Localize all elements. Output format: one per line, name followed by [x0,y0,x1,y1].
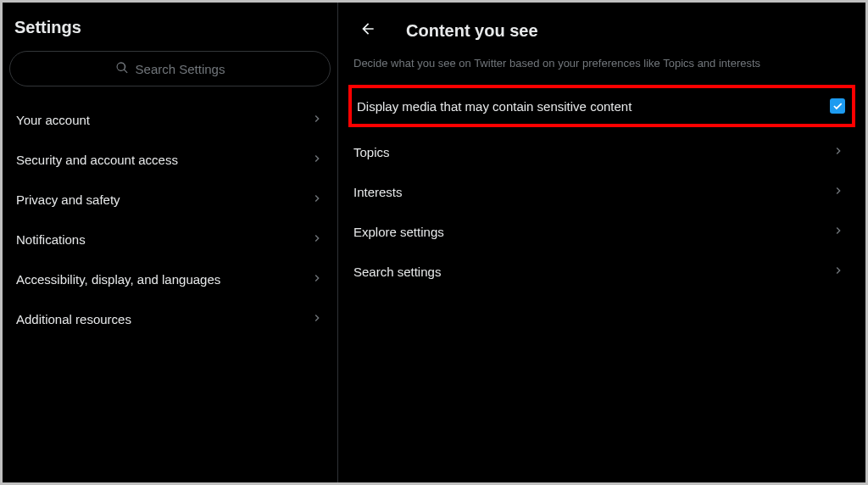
chevron-right-icon [310,192,324,208]
sidebar-item-label: Accessibility, display, and languages [16,272,220,287]
chevron-right-icon [310,152,324,168]
sidebar-item-security[interactable]: Security and account access [6,140,334,180]
chevron-right-icon [310,231,324,248]
sidebar-item-privacy[interactable]: Privacy and safety [6,180,334,220]
settings-sidebar: Settings Search Settings Your account Se… [3,3,338,482]
setting-label: Topics [353,145,390,159]
chevron-right-icon [832,144,845,160]
setting-label: Interests [353,185,403,199]
sidebar-item-notifications[interactable]: Notifications [6,220,334,259]
chevron-right-icon [310,112,324,128]
chevron-right-icon [832,264,845,280]
setting-item-search-settings[interactable]: Search settings [352,252,852,292]
chevron-right-icon [310,311,324,327]
sidebar-item-additional-resources[interactable]: Additional resources [6,299,334,339]
settings-app: Settings Search Settings Your account Se… [3,3,865,482]
chevron-right-icon [310,271,324,287]
main-content: Content you see Decide what you see on T… [338,3,865,482]
sidebar-item-label: Additional resources [16,312,131,326]
sidebar-item-accessibility[interactable]: Accessibility, display, and languages [6,259,334,299]
setting-item-explore-settings[interactable]: Explore settings [352,212,852,252]
search-input[interactable]: Search Settings [9,51,331,86]
sidebar-item-label: Your account [16,113,90,127]
sidebar-item-label: Security and account access [16,153,178,167]
setting-item-topics[interactable]: Topics [352,132,852,172]
main-header: Content you see [352,11,852,57]
sidebar-list: Your account Security and account access… [6,95,334,339]
search-icon [115,61,129,77]
back-button[interactable] [353,16,382,45]
chevron-right-icon [832,224,845,240]
page-subtitle: Decide what you see on Twitter based on … [352,57,852,85]
checkbox-checked-icon[interactable] [830,98,845,114]
chevron-right-icon [832,184,845,200]
setting-item-interests[interactable]: Interests [352,172,852,212]
search-container: Search Settings [6,51,334,95]
setting-label: Search settings [353,265,441,279]
search-placeholder: Search Settings [136,62,225,76]
page-title: Content you see [406,21,538,41]
sidebar-item-label: Notifications [16,232,86,247]
sidebar-item-label: Privacy and safety [16,192,120,207]
sidebar-item-your-account[interactable]: Your account [6,100,334,140]
setting-sensitive-content-toggle[interactable]: Display media that may contain sensitive… [348,85,855,127]
setting-label: Display media that may contain sensitive… [357,99,632,114]
sidebar-title: Settings [6,14,334,51]
arrow-left-icon [359,20,376,41]
setting-label: Explore settings [353,225,444,239]
